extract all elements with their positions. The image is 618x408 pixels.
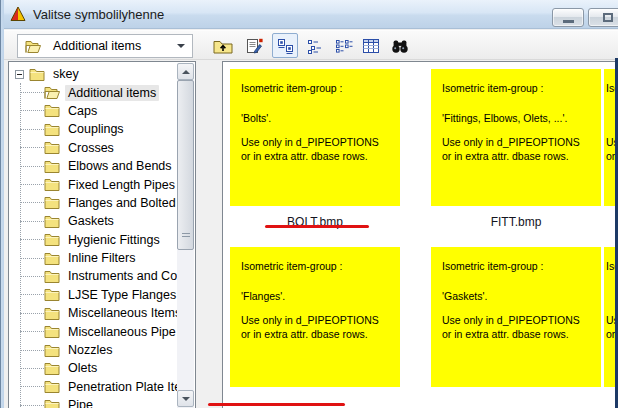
tree-item-label: skey xyxy=(50,66,82,82)
thumbnail-text: or in extra attr. dbase rows. xyxy=(442,150,569,162)
details-view-button[interactable] xyxy=(358,33,384,58)
up-one-level-icon xyxy=(213,37,233,55)
thumbnail-text: Isometric item-group : xyxy=(606,82,615,94)
thumbnail-text: 'Gaskets'. xyxy=(442,290,487,302)
thumbnail-text: Use only in d_PIPEOPTIONS xyxy=(442,136,580,148)
tree-item-label: Couplings xyxy=(65,121,127,137)
thumbnail-text: Isometric item-group : xyxy=(241,260,343,272)
toolbar: Additional items xyxy=(4,30,618,60)
tree-item[interactable]: Additional items xyxy=(9,83,195,101)
tree-item[interactable]: Fixed Length Pipes xyxy=(9,175,195,193)
thumbnail-text: or in extra attr. dbase rows. xyxy=(606,150,615,162)
tree-item[interactable]: Flanges and Bolted Jo xyxy=(9,194,195,212)
scroll-up-button[interactable] xyxy=(177,63,194,80)
maximize-icon xyxy=(603,13,613,22)
scroll-down-button[interactable] xyxy=(177,390,194,407)
find-button[interactable] xyxy=(387,33,413,58)
tree-item[interactable]: Hygienic Fittings xyxy=(9,231,195,249)
folder-icon xyxy=(44,252,60,265)
tree-item[interactable]: Couplings xyxy=(9,120,195,138)
scrollbar-thumb[interactable] xyxy=(177,80,194,250)
tree-item[interactable]: Caps xyxy=(9,102,195,120)
thumbnail-text: Use only in d_PIPEOPTIONS xyxy=(442,314,580,326)
thumbnail-text: Isometric item-group : xyxy=(442,260,544,272)
combobox-value: Additional items xyxy=(53,39,141,53)
tree-item[interactable]: LJSE Type Flanges xyxy=(9,286,195,304)
tree-item-root[interactable]: skey xyxy=(9,65,195,83)
tree-item[interactable]: Elbows and Bends xyxy=(9,157,195,175)
tree-item[interactable]: Penetration Plate Iten xyxy=(9,378,195,396)
window-title: Valitse symbolilyhenne xyxy=(33,0,164,29)
tree-item-label: Inline Filters xyxy=(65,250,138,266)
tree-item[interactable]: Miscellaneous Items xyxy=(9,304,195,322)
up-one-level-button[interactable] xyxy=(210,33,236,58)
thumbnail-text: or in extra attr. dbase rows. xyxy=(606,328,615,340)
tree-connector xyxy=(20,405,44,406)
thumbnail-text: Use only in d_PIPEOPTIONS xyxy=(606,314,615,326)
red-underline-annotation xyxy=(265,225,369,228)
large-icons-view-button[interactable] xyxy=(272,33,298,58)
thumbnail-text: Isometric item-group : xyxy=(241,82,343,94)
symbols-panel: Isometric item-group : 'Bolts'. Use only… xyxy=(222,61,615,408)
tree-connector xyxy=(20,386,44,387)
tree-connector xyxy=(20,350,44,351)
folder-icon xyxy=(44,362,60,375)
app-window: Valitse symbolilyhenne Additional items xyxy=(0,0,618,408)
tree-item-label: Caps xyxy=(65,103,100,119)
titlebar: Valitse symbolilyhenne xyxy=(0,0,618,29)
details-view-icon xyxy=(361,37,381,55)
item-properties-icon xyxy=(244,37,264,55)
app-icon xyxy=(10,6,26,22)
minimize-icon xyxy=(563,20,574,23)
folder-icon xyxy=(44,399,60,408)
thumbnail-text: 'Bolts'. xyxy=(241,112,271,124)
tree-item-label: Penetration Plate Iten xyxy=(65,379,186,395)
tree-item[interactable]: Inline Filters xyxy=(9,249,195,267)
tree-connector xyxy=(20,313,44,314)
tree-scrollbar[interactable] xyxy=(177,63,194,408)
tree-connector xyxy=(20,184,44,185)
symbol-filename: FITT.bmp xyxy=(431,215,601,229)
tree-item-label: Olets xyxy=(65,360,100,376)
thumbnail-text: Isometric item-group : xyxy=(442,82,544,94)
tree-item-label: Crosses xyxy=(65,140,117,156)
symbol-thumbnail: Isometric item-group : 'Flanges'. Use on… xyxy=(230,247,400,387)
thumbnail-text: 'Fittings, Elbows, Olets, ...'. xyxy=(442,112,567,124)
folder-icon xyxy=(44,215,60,228)
tree-item-label: Miscellaneous Items xyxy=(65,305,184,321)
thumbnail-text: Isometric item-group : xyxy=(606,260,615,272)
folder-icon xyxy=(44,196,60,209)
tree-item[interactable]: Instruments and Cont xyxy=(9,267,195,285)
tree-item-label: Hygienic Fittings xyxy=(65,232,163,248)
collapse-toggle-icon[interactable] xyxy=(15,70,24,79)
tree-connector xyxy=(20,147,44,148)
maximize-button[interactable] xyxy=(588,8,618,27)
small-icons-view-button[interactable] xyxy=(302,33,328,58)
symbol-item-partial[interactable]: Isometric item-group : Use only in d_PIP… xyxy=(604,69,615,206)
folder-icon xyxy=(44,270,60,283)
folder-icon xyxy=(44,178,60,191)
folder-tree-panel: skey Additional itemsCapsCouplingsCrosse… xyxy=(8,61,196,408)
tree-item[interactable]: Nozzles xyxy=(9,341,195,359)
item-properties-button[interactable] xyxy=(241,33,267,58)
symbol-item-partial[interactable]: Isometric item-group : Use only in d_PIP… xyxy=(604,247,615,387)
folder-icon xyxy=(44,344,60,357)
tree-item-label: Pipe xyxy=(65,397,96,408)
tree-item[interactable]: Crosses xyxy=(9,139,195,157)
tree-connector xyxy=(20,110,44,111)
find-icon xyxy=(390,37,410,55)
symbol-thumbnail: Isometric item-group : 'Bolts'. Use only… xyxy=(230,69,400,206)
list-view-button[interactable] xyxy=(331,33,357,58)
tree-connector xyxy=(20,368,44,369)
tree-connector xyxy=(20,331,44,332)
tree-item[interactable]: Pipe xyxy=(9,396,195,408)
tree-item[interactable]: Olets xyxy=(9,359,195,377)
tree-item-label: Gaskets xyxy=(65,213,117,229)
folder-combobox[interactable]: Additional items xyxy=(17,34,193,58)
tree-item[interactable]: Gaskets xyxy=(9,212,195,230)
tree-item[interactable]: Miscellaneous Pipe C xyxy=(9,322,195,340)
folder-icon xyxy=(44,380,60,393)
minimize-button[interactable] xyxy=(552,8,584,27)
folder-icon xyxy=(44,141,60,154)
folder-icon xyxy=(44,233,60,246)
